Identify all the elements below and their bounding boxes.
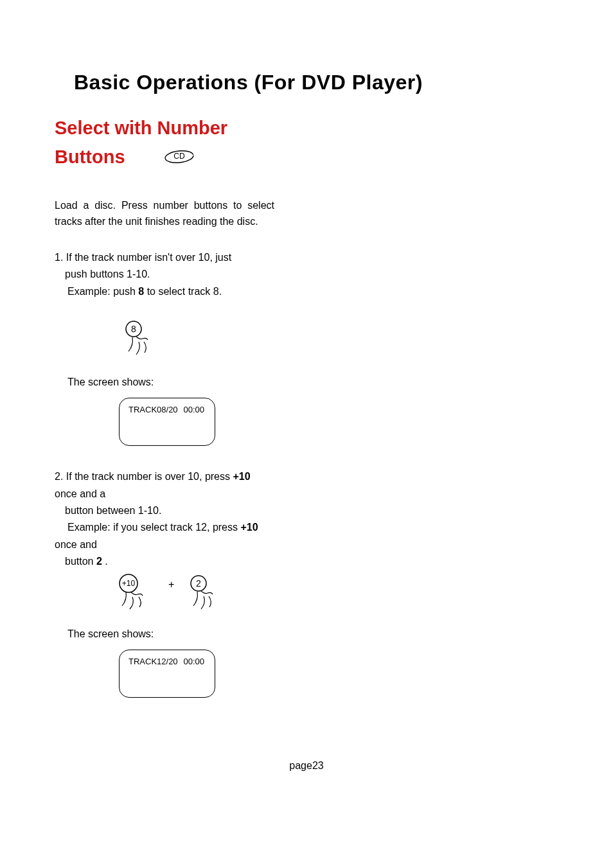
step1-line1: 1. If the track number isn't over 10, ju…: [55, 252, 231, 263]
step2-display: TRACK12/20 00:00: [119, 650, 215, 698]
step1-line3: Example: push 8 to select track 8.: [55, 283, 274, 300]
intro-text: Load a disc. Press number buttons to sel…: [55, 197, 274, 230]
step1-display-left: TRACK08/20: [129, 405, 178, 414]
page-number: page23: [0, 760, 613, 772]
plus-sign: +: [168, 579, 174, 590]
step2-line3a: Example: if you select track 12, press: [67, 522, 240, 533]
svg-text:8: 8: [131, 324, 136, 334]
step2-line4c: .: [102, 556, 108, 567]
step-1: 1. If the track number isn't over 10, ju…: [55, 249, 274, 300]
step1-line3b: 8: [138, 286, 144, 297]
step2-line1a: 2. If the track number is over 10, press: [55, 471, 233, 482]
step2-line1b: +10: [233, 471, 250, 482]
step2-line3b: +10: [240, 522, 258, 533]
section-title-line2: Buttons: [55, 146, 125, 167]
step1-line3a: Example: push: [67, 286, 138, 297]
step-2: 2. If the track number is over 10, press…: [55, 468, 274, 570]
button-plus10-icon: +10: [117, 574, 155, 612]
step2-line4b: 2: [96, 556, 102, 567]
step1-screen-shows: The screen shows:: [67, 376, 558, 388]
step2-line4a: button: [65, 556, 96, 567]
button-2-icon: 2: [187, 574, 226, 612]
step2-line2: button between 1-10.: [55, 502, 274, 519]
svg-text:CD: CD: [173, 152, 185, 161]
step2-line1c: once and a: [55, 488, 105, 499]
chapter-title: Basic Operations (For DVD Player): [74, 71, 558, 94]
svg-text:2: 2: [196, 578, 201, 589]
section-title-line1: Select with Number: [55, 118, 227, 138]
cd-badge-icon: CD: [163, 150, 195, 166]
button-8-graphic: 8: [122, 319, 558, 360]
step1-display: TRACK08/20 00:00: [119, 398, 215, 446]
step1-display-right: 00:00: [183, 405, 204, 414]
step2-display-left: TRACK12/20: [129, 657, 178, 666]
step1-line2: push buttons 1-10.: [55, 266, 274, 283]
step2-screen-shows: The screen shows:: [67, 628, 558, 640]
step2-line4: button 2 .: [55, 553, 274, 570]
step2-display-right: 00:00: [183, 657, 204, 666]
svg-text:+10: +10: [122, 579, 136, 588]
button-row-graphic: +10 + 2: [117, 574, 558, 612]
step1-line3c: to select track 8.: [144, 286, 222, 297]
step2-line3c: once and: [55, 539, 97, 550]
